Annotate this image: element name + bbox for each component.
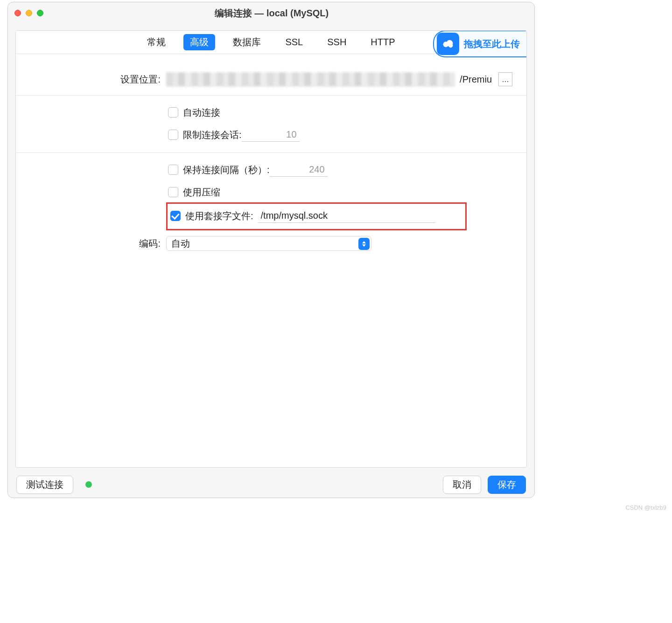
tab-ssl[interactable]: SSL — [279, 35, 309, 49]
divider — [16, 152, 526, 153]
upload-dropzone[interactable]: 拖拽至此上传 — [433, 30, 526, 57]
limit-sessions-input[interactable] — [242, 128, 300, 142]
auto-connect-checkbox[interactable] — [168, 107, 178, 118]
encoding-value: 自动 — [171, 237, 190, 250]
content-panel: 常规 高级 数据库 SSL SSH HTTP 拖拽至此上传 设置位置: /Pre… — [15, 30, 527, 468]
watermark: CSDN @txlzb9 — [625, 504, 666, 511]
keepalive-input[interactable] — [270, 163, 328, 177]
auto-connect-label: 自动连接 — [183, 106, 220, 119]
svg-point-2 — [448, 43, 453, 48]
socket-label: 使用套接字文件: — [185, 210, 253, 222]
tab-advanced[interactable]: 高级 — [183, 34, 215, 50]
limit-sessions-checkbox[interactable] — [168, 130, 178, 140]
tab-http[interactable]: HTTP — [364, 35, 401, 49]
minimize-window-button[interactable] — [26, 10, 32, 16]
tab-database[interactable]: 数据库 — [226, 34, 267, 50]
save-button[interactable]: 保存 — [488, 476, 526, 494]
test-connection-button[interactable]: 测试连接 — [16, 476, 73, 494]
titlebar: 编辑连接 — local (MySQL) — [8, 2, 534, 24]
upload-label: 拖拽至此上传 — [464, 38, 520, 50]
tab-ssh[interactable]: SSH — [321, 35, 353, 49]
socket-highlight: 使用套接字文件: — [166, 202, 467, 230]
location-trail: /Premiu — [460, 74, 492, 85]
divider — [16, 95, 526, 96]
encoding-label: 编码: — [30, 237, 166, 250]
compression-checkbox[interactable] — [168, 187, 178, 197]
footer: 测试连接 取消 保存 — [8, 471, 534, 498]
keepalive-checkbox[interactable] — [168, 165, 178, 175]
location-value-redacted — [166, 72, 455, 86]
window-title: 编辑连接 — local (MySQL) — [43, 7, 500, 20]
compression-label: 使用压缩 — [183, 186, 220, 199]
browse-location-button[interactable]: ... — [498, 72, 512, 86]
connection-status-indicator — [85, 481, 92, 488]
tab-general[interactable]: 常规 — [140, 34, 172, 50]
encoding-select[interactable]: 自动 — [166, 236, 371, 251]
window-controls — [14, 10, 43, 16]
cancel-button[interactable]: 取消 — [443, 476, 481, 494]
zoom-window-button[interactable] — [37, 10, 43, 16]
close-window-button[interactable] — [14, 10, 21, 16]
keepalive-label: 保持连接间隔（秒）: — [183, 164, 270, 176]
updown-icon — [358, 238, 370, 250]
cloud-icon — [437, 33, 459, 55]
socket-path-input[interactable] — [258, 209, 435, 223]
socket-checkbox[interactable] — [170, 211, 181, 221]
edit-connection-modal: 编辑连接 — local (MySQL) 常规 高级 数据库 SSL SSH H… — [7, 2, 535, 498]
form: 设置位置: /Premiu ... 自动连接 — [16, 54, 526, 259]
location-label: 设置位置: — [30, 73, 166, 86]
limit-sessions-label: 限制连接会话: — [183, 129, 242, 141]
